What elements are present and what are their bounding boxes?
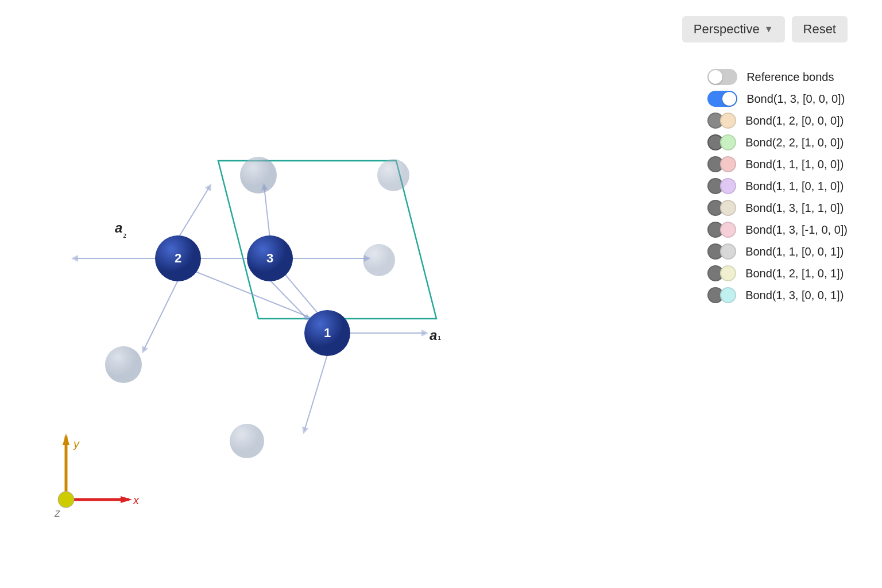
legend-item-bond-1-3-001: Bond(1, 3, [0, 0, 1]) (707, 287, 848, 303)
legend-item-bond-1-2-000: Bond(1, 2, [0, 0, 0]) (707, 113, 848, 129)
legend-label-bond-1-1-001: Bond(1, 1, [0, 0, 1]) (745, 245, 844, 258)
legend-panel: Reference bonds Bond(1, 3, [0, 0, 0]) Bo… (707, 69, 848, 303)
reset-button[interactable]: Reset (792, 16, 848, 42)
perspective-label: Perspective (694, 22, 760, 37)
z-axis-dot (58, 492, 74, 508)
legend-item-bond-1-3-m100: Bond(1, 3, [-1, 0, 0]) (707, 222, 848, 238)
x-axis-arrow (121, 496, 132, 503)
ghost-node-bottom-left (105, 346, 142, 383)
ghost-node-bottom-center (230, 424, 264, 458)
a2-label: a (115, 220, 122, 235)
z-axis-label: z (54, 506, 61, 519)
legend-label-bond-1-3-m100: Bond(1, 3, [-1, 0, 0]) (745, 223, 848, 237)
visualization-area[interactable]: 2 3 1 a ₂ a ₁ y x z (0, 0, 603, 588)
dot2-bond-1-1-100 (720, 156, 736, 172)
toggle-bond-1-3-000[interactable] (707, 91, 737, 107)
y-axis-arrow (63, 434, 69, 445)
toggle-ref-bonds[interactable] (707, 69, 737, 85)
legend-label-bond-1-1-100: Bond(1, 1, [1, 0, 0]) (745, 158, 844, 171)
ghost-node-right (363, 244, 395, 276)
legend-item-bond-2-2-100: Bond(2, 2, [1, 0, 0]) (707, 134, 848, 150)
bond-arrow-3-down (270, 280, 307, 319)
legend-label-bond-1-3-001: Bond(1, 3, [0, 0, 1]) (745, 289, 844, 302)
legend-label-bond-1-3-000: Bond(1, 3, [0, 0, 0]) (746, 92, 845, 106)
legend-item-bond-1-1-100: Bond(1, 1, [1, 0, 0]) (707, 156, 848, 172)
crystal-structure-svg: 2 3 1 a ₂ a ₁ y x z (0, 0, 603, 588)
dot2-bond-1-1-001 (720, 243, 736, 260)
legend-item-bond-1-1-001: Bond(1, 1, [0, 0, 1]) (707, 243, 848, 260)
dot2-bond-1-2-000 (720, 113, 736, 129)
toggle-knob (722, 92, 736, 106)
toggle-knob (709, 70, 722, 84)
dot2-bond-2-2-100 (720, 134, 736, 150)
legend-item-bond-1-1-010: Bond(1, 1, [0, 1, 0]) (707, 178, 848, 194)
a2-subscript: ₂ (123, 230, 126, 239)
dot2-bond-1-1-010 (720, 178, 736, 194)
a1-label: a (430, 327, 437, 343)
y-axis-label: y (72, 438, 80, 450)
chevron-down-icon: ▼ (764, 24, 773, 34)
bond-arrow-2-down (144, 280, 178, 350)
x-axis-label: x (133, 494, 140, 506)
top-controls: Perspective ▼ Reset (682, 16, 848, 42)
legend-item-bond-1-2-101: Bond(1, 2, [1, 0, 1]) (707, 265, 848, 281)
ghost-node-top-left (240, 157, 277, 194)
legend-label-bond-2-2-100: Bond(2, 2, [1, 0, 0]) (745, 136, 844, 149)
legend-item-bond-1-3-110: Bond(1, 3, [1, 1, 0]) (707, 200, 848, 216)
dot2-bond-1-3-110 (720, 200, 736, 216)
node-3-label: 3 (266, 251, 273, 265)
node-1-label: 1 (324, 326, 331, 340)
legend-label-ref-bonds: Reference bonds (746, 71, 834, 84)
perspective-button[interactable]: Perspective ▼ (682, 16, 785, 42)
legend-label-bond-1-2-101: Bond(1, 2, [1, 0, 1]) (745, 267, 844, 280)
bond-arrow-3-up (264, 187, 270, 238)
legend-label-bond-1-2-000: Bond(1, 2, [0, 0, 0]) (745, 114, 844, 127)
legend-label-bond-1-3-110: Bond(1, 3, [1, 1, 0]) (745, 202, 844, 215)
legend-label-bond-1-1-010: Bond(1, 1, [0, 1, 0]) (745, 180, 844, 193)
legend-item-ref-bonds: Reference bonds (707, 69, 848, 85)
a1-subscript: ₁ (438, 332, 441, 342)
ghost-node-top-right (377, 159, 409, 191)
dot2-bond-1-3-001 (720, 287, 736, 303)
dot2-bond-1-3-m100 (720, 222, 736, 238)
bond-arrow-1-down (304, 355, 327, 431)
node-2-label: 2 (175, 251, 181, 265)
bond-arrow-2-up (178, 187, 210, 238)
dot2-bond-1-2-101 (720, 265, 736, 281)
legend-item-bond-1-3-000: Bond(1, 3, [0, 0, 0]) (707, 91, 848, 107)
